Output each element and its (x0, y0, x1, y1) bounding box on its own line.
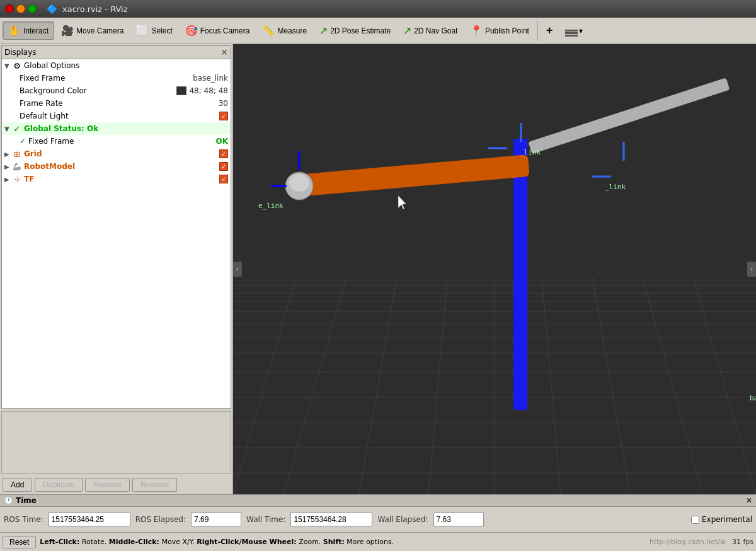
minimize-button[interactable] (16, 4, 25, 13)
toolbar: ✋ Interact 🎥 Move Camera ⬜ Select 🎯 Focu… (0, 18, 756, 44)
color-swatch (176, 86, 186, 95)
focus-camera-label: Focus Camera (200, 26, 250, 35)
frame-rate-row[interactable]: Frame Rate 30 (2, 97, 231, 110)
close-button[interactable] (5, 4, 14, 13)
grid-row[interactable]: ▶ ⊞ Grid ✓ (2, 148, 231, 160)
pose-icon: ↗ (319, 25, 328, 37)
window-title: xacro.rviz - RViz (62, 4, 128, 14)
dropdown-icon: ▾ (579, 26, 583, 35)
link-label-mid: _link (605, 183, 626, 191)
collapse-left-button[interactable]: ‹ (233, 262, 242, 277)
focus-camera-button[interactable]: 🎯 Focus Camera (180, 21, 256, 40)
rename-button[interactable]: Rename (132, 478, 177, 492)
hint-right-text: Zoom. (299, 538, 321, 546)
default-light-row[interactable]: Default Light ✓ (2, 110, 231, 122)
maximize-button[interactable] (28, 4, 37, 13)
dropdown-button[interactable]: ▾ (559, 23, 588, 38)
collapse-right-button[interactable]: › (747, 262, 756, 277)
robot-icon: 🦾 (12, 161, 22, 171)
nav-goal-button[interactable]: ↗ 2D Nav Goal (398, 21, 463, 40)
bg-color-text: 48; 48; 48 (189, 86, 228, 95)
tf-checkbox[interactable]: ✓ (219, 175, 228, 183)
interact-button[interactable]: ✋ Interact (3, 21, 54, 40)
add-button[interactable]: Add (3, 478, 32, 492)
fixed-frame-row[interactable]: Fixed Frame base_link (2, 72, 231, 84)
main-area: Displays ✕ ▼ ⚙ Global Options Fixed Fram… (0, 44, 756, 494)
select-button[interactable]: ⬜ Select (130, 21, 178, 40)
grid-checkbox[interactable]: ✓ (219, 149, 228, 158)
wall-time-label: Wall Time: (246, 515, 285, 524)
robot-checkbox[interactable]: ✓ (219, 162, 228, 171)
robot-model-label: RobotModel (24, 162, 214, 171)
displays-close-button[interactable]: ✕ (220, 47, 228, 57)
status-fixed-frame-row[interactable]: ✓ Fixed Frame OK (2, 135, 231, 148)
panel-buttons: Add Duplicate Remove Rename (0, 475, 232, 494)
wall-elapsed-input[interactable] (433, 513, 484, 526)
global-options-icon: ⚙ (12, 61, 22, 71)
global-options-label: Global Options (24, 61, 228, 70)
tf-icon: ⊹ (12, 174, 22, 184)
interact-icon: ✋ (8, 25, 21, 37)
focus-icon: 🎯 (185, 25, 198, 37)
wall-time-input[interactable] (290, 513, 372, 526)
bg-color-value[interactable]: 48; 48; 48 (176, 86, 228, 96)
pose-estimate-button[interactable]: ↗ 2D Pose Estimate (314, 21, 396, 40)
statusbar: Reset Left-Click: Rotate. Middle-Click: … (0, 532, 756, 551)
default-light-value: ✓ (219, 112, 228, 120)
app-icon: 🔷 (47, 4, 57, 14)
status-ff-label: Fixed Frame (28, 137, 210, 146)
duplicate-button[interactable]: Duplicate (35, 478, 83, 492)
ros-elapsed-label: ROS Elapsed: (135, 515, 186, 524)
displays-header: Displays ✕ (2, 46, 231, 59)
ros-time-input[interactable] (49, 513, 130, 526)
hint-right-key: Right-Click/Mouse Wheel: (197, 538, 296, 546)
robot-expand[interactable]: ▶ (4, 163, 12, 170)
frame-rate-value[interactable]: 30 (219, 99, 228, 108)
tf-expand[interactable]: ▶ (4, 176, 12, 183)
experimental-option[interactable]: Experimental (691, 515, 752, 524)
default-light-checkbox[interactable]: ✓ (219, 112, 228, 120)
remove-button[interactable]: Remove (85, 478, 130, 492)
3d-viewport[interactable]: _link _link e_link base_link ‹ › (233, 44, 756, 494)
move-camera-icon: 🎥 (61, 25, 74, 37)
hint-middle-key: Middle-Click: (109, 538, 159, 546)
status-ff-value: OK (216, 137, 229, 146)
grid-label: Grid (24, 149, 214, 158)
tf-row[interactable]: ▶ ⊹ TF ✓ (2, 173, 231, 185)
add-toolbar-button[interactable]: + (541, 21, 559, 40)
select-label: Select (151, 26, 172, 35)
grid-expand[interactable]: ▶ (4, 151, 12, 158)
reset-button[interactable]: Reset (3, 536, 36, 548)
toolbar-separator (537, 21, 538, 41)
interact-label: Interact (23, 26, 49, 35)
global-options-row[interactable]: ▼ ⚙ Global Options (2, 59, 231, 72)
link-label-base: base_link (750, 394, 756, 402)
hint-left-text: Rotate. (82, 538, 107, 546)
time-close-button[interactable]: ✕ (746, 496, 752, 505)
measure-button[interactable]: 📏 Measure (256, 21, 312, 40)
publish-point-button[interactable]: 📍 Publish Point (464, 21, 535, 40)
measure-icon: 📏 (262, 25, 275, 37)
nav-goal-label: 2D Nav Goal (414, 26, 457, 35)
global-options-expand[interactable]: ▼ (4, 62, 12, 69)
time-panel: 🕐 Time ✕ ROS Time: ROS Elapsed: Wall Tim… (0, 494, 756, 532)
ros-elapsed-input[interactable] (191, 513, 241, 526)
bg-color-row[interactable]: Background Color 48; 48; 48 (2, 84, 231, 97)
nav-icon: ↗ (403, 25, 411, 37)
robot-model-row[interactable]: ▶ 🦾 RobotModel ✓ (2, 160, 231, 173)
link-label-left: e_link (258, 202, 284, 210)
global-status-expand[interactable]: ▼ (4, 125, 12, 132)
link-label-top: _link (520, 148, 541, 156)
left-panel: Displays ✕ ▼ ⚙ Global Options Fixed Fram… (0, 44, 233, 494)
svg-rect-24 (513, 139, 527, 410)
window-controls[interactable] (5, 4, 37, 13)
add-icon: + (546, 24, 553, 37)
global-status-row[interactable]: ▼ ✓ Global Status: Ok (2, 122, 231, 135)
experimental-checkbox[interactable] (691, 516, 699, 524)
fixed-frame-label: Fixed Frame (20, 74, 188, 83)
status-hint: Left-Click: Rotate. Middle-Click: Move X… (40, 538, 394, 546)
move-camera-button[interactable]: 🎥 Move Camera (55, 21, 129, 40)
grid-icon: ⊞ (12, 149, 22, 159)
fixed-frame-value[interactable]: base_link (193, 74, 228, 83)
status-ff-check: ✓ (20, 137, 26, 146)
